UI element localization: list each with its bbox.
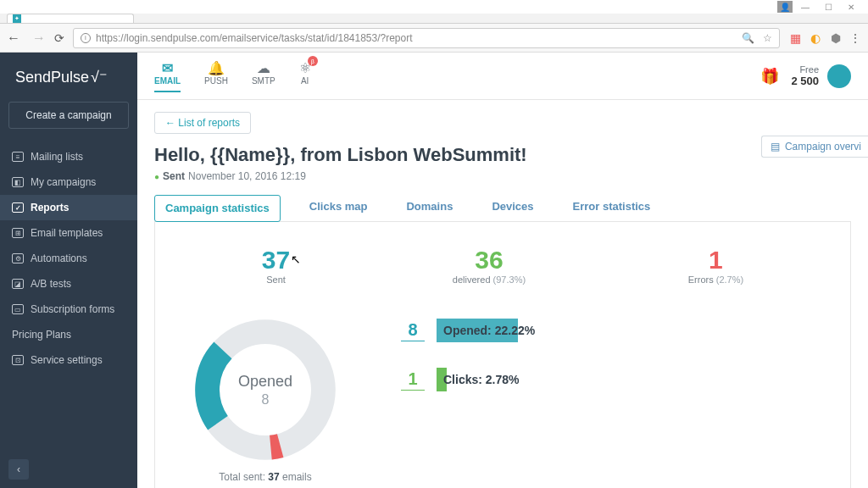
sidebar-item-subscription-forms[interactable]: ▭Subscription forms (0, 297, 137, 322)
minimize-button[interactable]: — (795, 2, 815, 12)
channel-email[interactable]: ✉EMAIL (154, 59, 181, 92)
browser-menu-icon[interactable]: ⋮ (849, 31, 861, 45)
brand-logo[interactable]: SendPulse√⁻ (0, 68, 137, 102)
template-icon: ⊞ (12, 228, 24, 238)
sidebar-item-pricing-plans[interactable]: Pricing Plans (0, 322, 137, 347)
reload-button[interactable]: ⟳ (54, 31, 64, 45)
overview-icon: ▤ (771, 141, 780, 152)
maximize-button[interactable]: ☐ (818, 2, 838, 12)
smtp-icon: ☁ (252, 59, 275, 76)
browser-tabbar: ✦ (0, 14, 868, 24)
sidebar-item-reports[interactable]: ✓Reports (0, 195, 137, 220)
url-text: https://login.sendpulse.com/emailservice… (96, 32, 413, 44)
extension-icon-1[interactable]: ▦ (788, 31, 802, 45)
search-icon[interactable]: 🔍 (742, 32, 754, 44)
window-titlebar: 👤 — ☐ ✕ (0, 0, 868, 14)
stats-panel: 37 Sent 36 delivered (97.3%) 1 Errors (2… (154, 222, 851, 488)
stat-delivered: 36 delivered (97.3%) (453, 246, 526, 285)
automation-icon: ⚙ (12, 253, 24, 263)
sidebar-item-service-settings[interactable]: ⊡Service settings (0, 347, 137, 373)
channel-push[interactable]: 🔔PUSH (204, 59, 228, 92)
browser-tab[interactable]: ✦ (7, 14, 134, 23)
pulse-icon: √⁻ (91, 68, 108, 86)
cursor-icon: ↖ (291, 252, 301, 266)
channel-smtp[interactable]: ☁SMTP (252, 59, 275, 92)
sidebar-item-email-templates[interactable]: ⊞Email templates (0, 220, 137, 246)
tab-devices[interactable]: Devices (481, 194, 543, 221)
sidebar-collapse-button[interactable]: ‹ (8, 459, 29, 480)
push-icon: 🔔 (204, 59, 228, 76)
extension-icon-2[interactable]: ◐ (809, 31, 822, 45)
status-line: ● Sent November 10, 2016 12:19 (154, 170, 851, 182)
site-info-icon[interactable]: i (81, 33, 91, 43)
settings-icon: ⊡ (12, 355, 24, 365)
sidebar-item-my-campaigns[interactable]: ◧My campaigns (0, 169, 137, 195)
donut-total: Total sent: 37 emails (181, 471, 350, 483)
sidebar-item-automations[interactable]: ⚙Automations (0, 246, 137, 271)
campaign-icon: ◧ (12, 177, 24, 187)
metric-bars: 8 Opened: 22.22% 1 Clicks: 2.78% (401, 313, 825, 417)
donut-label: Opened (238, 373, 292, 391)
free-credits[interactable]: Free 2 500 (791, 64, 819, 87)
url-bar[interactable]: i https://login.sendpulse.com/emailservi… (73, 28, 780, 48)
back-button[interactable]: ← (7, 30, 20, 46)
stat-sent: 37 Sent (262, 246, 290, 285)
donut-chart: Opened 8 Total sent: 37 emails (181, 313, 350, 483)
report-tabs: Campaign statistics Clicks map Domains D… (154, 194, 851, 222)
bookmark-icon[interactable]: ☆ (763, 32, 772, 44)
list-icon: ≡ (12, 152, 24, 162)
extension-icon-3[interactable]: ⬢ (829, 31, 843, 45)
report-icon: ✓ (12, 202, 24, 213)
forward-button[interactable]: → (32, 30, 46, 46)
user-icon[interactable]: 👤 (777, 1, 793, 13)
favicon-icon: ✦ (13, 14, 21, 23)
campaign-overview-button[interactable]: ▤ Campaign overvi (761, 136, 868, 158)
gift-icon[interactable]: 🎁 (760, 67, 779, 86)
tab-domains[interactable]: Domains (396, 194, 463, 221)
donut-value: 8 (238, 392, 292, 408)
sidebar: SendPulse√⁻ Create a campaign ≡Mailing l… (0, 53, 137, 488)
main: ✉EMAIL 🔔PUSH ☁SMTP ⚛βAI 🎁 Free 2 500 ← L… (137, 53, 868, 488)
email-icon: ✉ (154, 59, 181, 76)
status-dot-icon: ● (154, 172, 159, 181)
ab-icon: ◪ (12, 279, 24, 289)
channel-ai[interactable]: ⚛βAI (299, 59, 311, 92)
close-button[interactable]: ✕ (841, 2, 861, 12)
back-to-reports-link[interactable]: ← List of reports (154, 112, 251, 134)
create-campaign-button[interactable]: Create a campaign (8, 102, 129, 129)
sidebar-item-mailing-lists[interactable]: ≡Mailing lists (0, 144, 137, 169)
tab-clicks-map[interactable]: Clicks map (299, 194, 378, 221)
bar-opened[interactable]: 8 Opened: 22.22% (401, 319, 825, 342)
brand-text: SendPulse (15, 69, 89, 86)
stat-errors: 1 Errors (2.7%) (688, 246, 743, 285)
form-icon: ▭ (12, 304, 24, 314)
tab-campaign-statistics[interactable]: Campaign statistics (154, 195, 281, 222)
tab-error-statistics[interactable]: Error statistics (563, 194, 661, 221)
content: ← List of reports ▤ Campaign overvi Hell… (137, 100, 868, 488)
channel-nav: ✉EMAIL 🔔PUSH ☁SMTP ⚛βAI 🎁 Free 2 500 (137, 53, 868, 100)
beta-badge: β (308, 56, 318, 66)
bar-clicks[interactable]: 1 Clicks: 2.78% (401, 368, 825, 391)
avatar[interactable] (827, 64, 851, 88)
page-title: Hello, {{Name}}, from Lisbon WebSummit! (154, 144, 527, 166)
sidebar-item-ab-tests[interactable]: ◪A/B tests (0, 271, 137, 297)
browser-toolbar: ← → ⟳ i https://login.sendpulse.com/emai… (0, 24, 868, 53)
